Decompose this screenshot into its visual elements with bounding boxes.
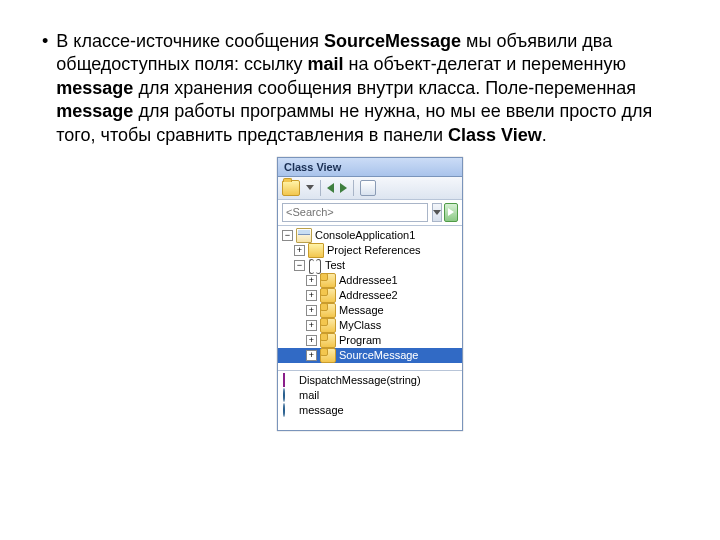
paragraph-text: В классе-источнике сообщения SourceMessa… — [56, 30, 680, 147]
member-method[interactable]: DispatchMessage(string) — [278, 373, 462, 388]
member-field[interactable]: mail — [278, 388, 462, 403]
minus-icon[interactable]: − — [294, 260, 305, 271]
field-icon — [283, 388, 285, 402]
project-icon — [296, 228, 312, 243]
plus-icon[interactable]: + — [306, 350, 317, 361]
back-icon[interactable] — [327, 183, 334, 193]
tree-class-selected[interactable]: + SourceMessage — [278, 348, 462, 363]
plus-icon[interactable]: + — [294, 245, 305, 256]
tree-class[interactable]: + Message — [278, 303, 462, 318]
namespace-icon — [308, 259, 322, 272]
class-icon — [320, 273, 336, 288]
plus-icon[interactable]: + — [306, 320, 317, 331]
panel-toolbar — [278, 177, 462, 200]
toolbar-separator — [353, 180, 354, 196]
folder-icon — [308, 243, 324, 258]
tree-project[interactable]: − ConsoleApplication1 — [278, 228, 462, 243]
search-go-icon[interactable] — [444, 203, 458, 222]
panel-title: Class View — [278, 158, 462, 177]
tree-class[interactable]: + Program — [278, 333, 462, 348]
field-icon — [283, 403, 285, 417]
class-icon — [320, 288, 336, 303]
class-icon — [320, 318, 336, 333]
class-view-panel: Class View − ConsoleApplication1 — [277, 157, 463, 431]
plus-icon[interactable]: + — [306, 305, 317, 316]
tree-pane: − ConsoleApplication1 + Project Referenc… — [278, 226, 462, 371]
search-input[interactable] — [282, 203, 428, 222]
class-icon — [320, 333, 336, 348]
search-dropdown-icon[interactable] — [432, 203, 442, 222]
tree-class[interactable]: + Addressee2 — [278, 288, 462, 303]
toolbar-separator — [320, 180, 321, 196]
method-icon — [283, 373, 285, 387]
dropdown-icon[interactable] — [306, 185, 314, 190]
bullet-paragraph: • В классе-источнике сообщения SourceMes… — [60, 30, 680, 147]
tree-references[interactable]: + Project References — [278, 243, 462, 258]
search-row — [278, 200, 462, 226]
forward-icon[interactable] — [340, 183, 347, 193]
settings-icon[interactable] — [360, 180, 376, 196]
plus-icon[interactable]: + — [306, 290, 317, 301]
new-folder-icon[interactable] — [282, 180, 300, 196]
class-icon — [320, 348, 336, 363]
tree-namespace[interactable]: − Test — [278, 258, 462, 273]
minus-icon[interactable]: − — [282, 230, 293, 241]
members-pane: DispatchMessage(string) mail message — [278, 371, 462, 430]
tree-class[interactable]: + Addressee1 — [278, 273, 462, 288]
plus-icon[interactable]: + — [306, 335, 317, 346]
tree-class[interactable]: + MyClass — [278, 318, 462, 333]
member-field[interactable]: message — [278, 403, 462, 418]
plus-icon[interactable]: + — [306, 275, 317, 286]
bullet-dot: • — [42, 30, 48, 53]
class-icon — [320, 303, 336, 318]
